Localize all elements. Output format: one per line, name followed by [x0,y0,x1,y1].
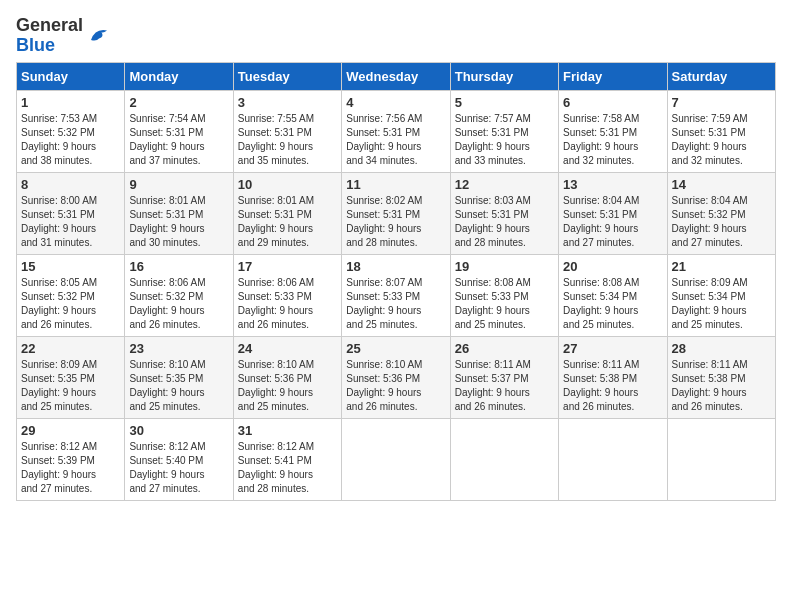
day-number: 24 [238,341,337,356]
calendar-cell: 19Sunrise: 8:08 AMSunset: 5:33 PMDayligh… [450,254,558,336]
cell-content: Sunrise: 7:53 AMSunset: 5:32 PMDaylight:… [21,112,120,168]
calendar-day-header: Friday [559,62,667,90]
day-number: 4 [346,95,445,110]
day-number: 29 [21,423,120,438]
cell-content: Sunrise: 8:08 AMSunset: 5:34 PMDaylight:… [563,276,662,332]
day-number: 27 [563,341,662,356]
calendar-header-row: SundayMondayTuesdayWednesdayThursdayFrid… [17,62,776,90]
day-number: 18 [346,259,445,274]
cell-content: Sunrise: 8:11 AMSunset: 5:38 PMDaylight:… [563,358,662,414]
cell-content: Sunrise: 8:12 AMSunset: 5:41 PMDaylight:… [238,440,337,496]
calendar-cell: 6Sunrise: 7:58 AMSunset: 5:31 PMDaylight… [559,90,667,172]
logo-text: General Blue [16,16,83,56]
calendar-cell: 21Sunrise: 8:09 AMSunset: 5:34 PMDayligh… [667,254,775,336]
cell-content: Sunrise: 8:00 AMSunset: 5:31 PMDaylight:… [21,194,120,250]
day-number: 14 [672,177,771,192]
cell-content: Sunrise: 7:59 AMSunset: 5:31 PMDaylight:… [672,112,771,168]
day-number: 2 [129,95,228,110]
cell-content: Sunrise: 8:11 AMSunset: 5:38 PMDaylight:… [672,358,771,414]
calendar-cell: 2Sunrise: 7:54 AMSunset: 5:31 PMDaylight… [125,90,233,172]
day-number: 20 [563,259,662,274]
calendar-cell: 11Sunrise: 8:02 AMSunset: 5:31 PMDayligh… [342,172,450,254]
calendar-cell: 23Sunrise: 8:10 AMSunset: 5:35 PMDayligh… [125,336,233,418]
day-number: 8 [21,177,120,192]
calendar-cell: 13Sunrise: 8:04 AMSunset: 5:31 PMDayligh… [559,172,667,254]
day-number: 19 [455,259,554,274]
calendar-cell: 31Sunrise: 8:12 AMSunset: 5:41 PMDayligh… [233,418,341,500]
day-number: 15 [21,259,120,274]
cell-content: Sunrise: 7:56 AMSunset: 5:31 PMDaylight:… [346,112,445,168]
day-number: 13 [563,177,662,192]
calendar-day-header: Tuesday [233,62,341,90]
cell-content: Sunrise: 8:11 AMSunset: 5:37 PMDaylight:… [455,358,554,414]
calendar-cell: 7Sunrise: 7:59 AMSunset: 5:31 PMDaylight… [667,90,775,172]
cell-content: Sunrise: 8:01 AMSunset: 5:31 PMDaylight:… [238,194,337,250]
cell-content: Sunrise: 8:02 AMSunset: 5:31 PMDaylight:… [346,194,445,250]
day-number: 1 [21,95,120,110]
cell-content: Sunrise: 8:06 AMSunset: 5:33 PMDaylight:… [238,276,337,332]
calendar-week-row: 8Sunrise: 8:00 AMSunset: 5:31 PMDaylight… [17,172,776,254]
logo-blue: Blue [16,35,55,55]
calendar-week-row: 29Sunrise: 8:12 AMSunset: 5:39 PMDayligh… [17,418,776,500]
calendar-cell: 9Sunrise: 8:01 AMSunset: 5:31 PMDaylight… [125,172,233,254]
cell-content: Sunrise: 7:57 AMSunset: 5:31 PMDaylight:… [455,112,554,168]
calendar-cell: 29Sunrise: 8:12 AMSunset: 5:39 PMDayligh… [17,418,125,500]
calendar-week-row: 22Sunrise: 8:09 AMSunset: 5:35 PMDayligh… [17,336,776,418]
cell-content: Sunrise: 8:10 AMSunset: 5:36 PMDaylight:… [346,358,445,414]
cell-content: Sunrise: 8:04 AMSunset: 5:31 PMDaylight:… [563,194,662,250]
cell-content: Sunrise: 8:05 AMSunset: 5:32 PMDaylight:… [21,276,120,332]
calendar-week-row: 15Sunrise: 8:05 AMSunset: 5:32 PMDayligh… [17,254,776,336]
calendar-cell: 30Sunrise: 8:12 AMSunset: 5:40 PMDayligh… [125,418,233,500]
logo-bird-icon [87,24,111,48]
cell-content: Sunrise: 7:54 AMSunset: 5:31 PMDaylight:… [129,112,228,168]
day-number: 31 [238,423,337,438]
calendar-cell [450,418,558,500]
cell-content: Sunrise: 8:09 AMSunset: 5:35 PMDaylight:… [21,358,120,414]
calendar-cell: 28Sunrise: 8:11 AMSunset: 5:38 PMDayligh… [667,336,775,418]
cell-content: Sunrise: 8:04 AMSunset: 5:32 PMDaylight:… [672,194,771,250]
day-number: 30 [129,423,228,438]
calendar-cell: 4Sunrise: 7:56 AMSunset: 5:31 PMDaylight… [342,90,450,172]
day-number: 5 [455,95,554,110]
day-number: 17 [238,259,337,274]
cell-content: Sunrise: 8:09 AMSunset: 5:34 PMDaylight:… [672,276,771,332]
day-number: 22 [21,341,120,356]
logo-general: General [16,15,83,35]
cell-content: Sunrise: 7:58 AMSunset: 5:31 PMDaylight:… [563,112,662,168]
calendar-cell [342,418,450,500]
calendar-cell [667,418,775,500]
calendar-cell: 22Sunrise: 8:09 AMSunset: 5:35 PMDayligh… [17,336,125,418]
calendar-cell: 1Sunrise: 7:53 AMSunset: 5:32 PMDaylight… [17,90,125,172]
calendar-cell: 25Sunrise: 8:10 AMSunset: 5:36 PMDayligh… [342,336,450,418]
day-number: 12 [455,177,554,192]
cell-content: Sunrise: 8:08 AMSunset: 5:33 PMDaylight:… [455,276,554,332]
calendar-cell: 26Sunrise: 8:11 AMSunset: 5:37 PMDayligh… [450,336,558,418]
day-number: 9 [129,177,228,192]
cell-content: Sunrise: 8:01 AMSunset: 5:31 PMDaylight:… [129,194,228,250]
calendar-cell [559,418,667,500]
calendar-day-header: Saturday [667,62,775,90]
day-number: 26 [455,341,554,356]
cell-content: Sunrise: 8:12 AMSunset: 5:39 PMDaylight:… [21,440,120,496]
logo: General Blue [16,16,111,56]
calendar-cell: 20Sunrise: 8:08 AMSunset: 5:34 PMDayligh… [559,254,667,336]
cell-content: Sunrise: 8:10 AMSunset: 5:35 PMDaylight:… [129,358,228,414]
cell-content: Sunrise: 8:07 AMSunset: 5:33 PMDaylight:… [346,276,445,332]
calendar-table: SundayMondayTuesdayWednesdayThursdayFrid… [16,62,776,501]
day-number: 21 [672,259,771,274]
day-number: 25 [346,341,445,356]
page-header: General Blue [16,16,776,56]
calendar-cell: 17Sunrise: 8:06 AMSunset: 5:33 PMDayligh… [233,254,341,336]
calendar-cell: 27Sunrise: 8:11 AMSunset: 5:38 PMDayligh… [559,336,667,418]
calendar-week-row: 1Sunrise: 7:53 AMSunset: 5:32 PMDaylight… [17,90,776,172]
cell-content: Sunrise: 8:03 AMSunset: 5:31 PMDaylight:… [455,194,554,250]
calendar-cell: 12Sunrise: 8:03 AMSunset: 5:31 PMDayligh… [450,172,558,254]
cell-content: Sunrise: 8:10 AMSunset: 5:36 PMDaylight:… [238,358,337,414]
day-number: 6 [563,95,662,110]
calendar-cell: 18Sunrise: 8:07 AMSunset: 5:33 PMDayligh… [342,254,450,336]
cell-content: Sunrise: 8:12 AMSunset: 5:40 PMDaylight:… [129,440,228,496]
calendar-cell: 3Sunrise: 7:55 AMSunset: 5:31 PMDaylight… [233,90,341,172]
calendar-cell: 8Sunrise: 8:00 AMSunset: 5:31 PMDaylight… [17,172,125,254]
day-number: 16 [129,259,228,274]
calendar-cell: 5Sunrise: 7:57 AMSunset: 5:31 PMDaylight… [450,90,558,172]
